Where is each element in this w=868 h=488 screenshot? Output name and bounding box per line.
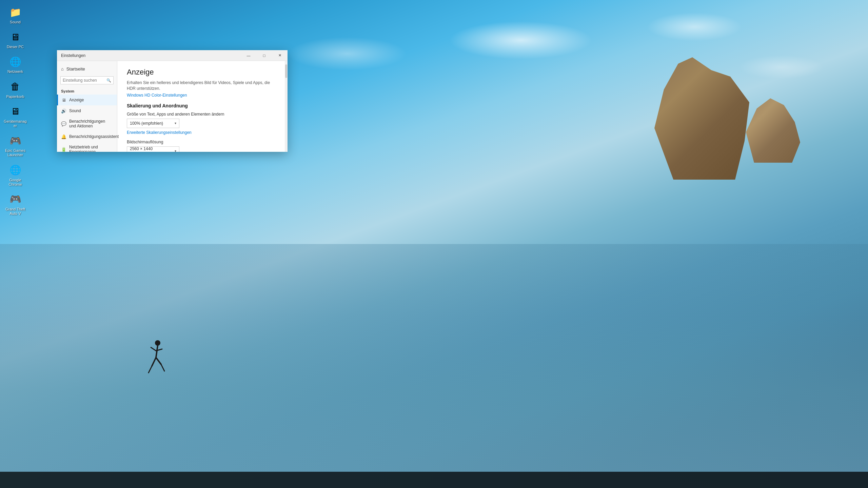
device-manager-icon: 🖥 bbox=[8, 105, 22, 118]
page-title: Anzeige bbox=[127, 68, 275, 77]
desktop-icon-folder[interactable]: 📁 Sound bbox=[2, 3, 29, 26]
desktop-icon-area: 📁 Sound 🖥 Dieser PC 🌐 Netzwerk 🗑 Papierk… bbox=[0, 0, 31, 472]
desktop-icon-gta[interactable]: 🎮 Grand Theft Auto V bbox=[2, 190, 29, 218]
search-input[interactable] bbox=[63, 78, 106, 83]
sidebar-item-benachrichtigungen[interactable]: 💬 Benachrichtigungen und Aktionen bbox=[57, 116, 117, 131]
window-controls: — □ ✕ bbox=[241, 50, 288, 61]
assistant-icon: 🔔 bbox=[61, 134, 66, 139]
size-field-label: Größe von Text, Apps und anderen Element… bbox=[127, 112, 275, 117]
size-dropdown[interactable]: 100% (empfohlen) ▾ bbox=[127, 119, 179, 128]
window-title: Einstellungen bbox=[61, 53, 85, 58]
sound-icon: 🔊 bbox=[61, 108, 66, 114]
resolution-field-label: Bildschirmauflösung bbox=[127, 140, 275, 144]
scaling-advanced-link[interactable]: Erweiterte Skalierungseinstellungen bbox=[127, 130, 275, 135]
taskbar bbox=[0, 472, 868, 488]
system-section-label: System bbox=[57, 86, 117, 95]
benachrichtigungen-label: Benachrichtigungen und Aktionen bbox=[69, 119, 113, 128]
svg-line-2 bbox=[151, 347, 156, 351]
gta-label: Grand Theft Auto V bbox=[3, 207, 27, 216]
anzeige-icon: 🖥 bbox=[61, 97, 66, 103]
rock-formation-2 bbox=[746, 95, 800, 163]
chrome-icon: 🌐 bbox=[8, 163, 22, 177]
network-label: Netzwerk bbox=[7, 69, 23, 74]
desktop-icon-chrome[interactable]: 🌐 Google Chrome bbox=[2, 161, 29, 189]
sidebar-item-sound[interactable]: 🔊 Sound bbox=[57, 105, 117, 116]
sidebar-item-anzeige[interactable]: 🖥 Anzeige bbox=[57, 95, 117, 105]
search-box[interactable]: 🔍 bbox=[60, 76, 114, 84]
recycle-label: Papierkorb bbox=[6, 95, 24, 99]
rock-formation-1 bbox=[654, 51, 749, 180]
sound-label: Sound bbox=[69, 108, 81, 113]
anzeige-label: Anzeige bbox=[69, 98, 84, 102]
svg-line-1 bbox=[156, 346, 158, 358]
folder-icon: 📁 bbox=[8, 5, 22, 19]
desktop-icon-epic[interactable]: 🎮 Epic Games Launcher bbox=[2, 132, 29, 159]
resolution-dropdown-value: 868 × 488 (empfohlen) bbox=[130, 146, 175, 152]
gta-icon: 🎮 bbox=[8, 192, 22, 206]
hdr-link[interactable]: Windows HD Color-Einstellungen bbox=[127, 93, 275, 98]
device-manager-label: Gerätemanager bbox=[3, 119, 27, 128]
settings-sidebar: ⌂ Startseite 🔍 System 🖥 Anzeige 🔊 Sound bbox=[57, 61, 117, 152]
scaling-section-title: Skalierung und Anordnung bbox=[127, 103, 275, 108]
recycle-icon: 🗑 bbox=[8, 80, 22, 94]
notifications-icon: 💬 bbox=[61, 121, 66, 126]
page-description: Erhalten Sie ein helleres und lebendiger… bbox=[127, 80, 275, 92]
desktop-icon-recycle[interactable]: 🗑 Papierkorb bbox=[2, 78, 29, 101]
settings-content: Anzeige Erhalten Sie ein helleres und le… bbox=[117, 61, 285, 152]
svg-line-7 bbox=[161, 364, 164, 371]
size-dropdown-arrow: ▾ bbox=[175, 121, 176, 125]
network-icon: 🌐 bbox=[8, 55, 22, 68]
size-dropdown-value: 100% (empfohlen) bbox=[130, 121, 163, 126]
desktop: 📁 Sound 🖥 Dieser PC 🌐 Netzwerk 🗑 Papierk… bbox=[0, 0, 868, 488]
runner-figure bbox=[146, 339, 166, 380]
epic-games-icon: 🎮 bbox=[8, 134, 22, 147]
search-icon: 🔍 bbox=[106, 78, 111, 83]
settings-window: Einstellungen — □ ✕ ⌂ Startseite 🔍 Syste… bbox=[57, 50, 288, 152]
resolution-dropdown-arrow: ▾ bbox=[175, 149, 176, 152]
desktop-icon-device-manager[interactable]: 🖥 Gerätemanager bbox=[2, 103, 29, 130]
netzbetrieb-label: Netzbetrieb und Energiesparen bbox=[69, 145, 113, 152]
window-titlebar: Einstellungen — □ ✕ bbox=[57, 50, 288, 61]
sidebar-home[interactable]: ⌂ Startseite bbox=[57, 64, 117, 74]
chrome-label: Google Chrome bbox=[3, 178, 27, 187]
epic-games-label: Epic Games Launcher bbox=[3, 148, 27, 157]
this-pc-icon: 🖥 bbox=[8, 30, 22, 44]
resolution-dropdown[interactable]: 868 × 488 (empfohlen) ▾ bbox=[127, 146, 179, 152]
window-body: ⌂ Startseite 🔍 System 🖥 Anzeige 🔊 Sound bbox=[57, 61, 288, 152]
svg-line-4 bbox=[152, 358, 156, 366]
desktop-icon-this-pc[interactable]: 🖥 Dieser PC bbox=[2, 28, 29, 51]
svg-point-0 bbox=[155, 340, 160, 346]
maximize-button[interactable]: □ bbox=[256, 50, 272, 61]
folder-icon-label: Sound bbox=[10, 20, 21, 24]
svg-line-5 bbox=[156, 358, 161, 364]
benachrichtigungsassistent-label: Benachrichtigungsassistent bbox=[69, 134, 119, 139]
scrollbar-track[interactable] bbox=[285, 61, 288, 152]
home-label: Startseite bbox=[66, 66, 85, 72]
this-pc-label: Dieser PC bbox=[7, 45, 24, 49]
home-icon: ⌂ bbox=[61, 66, 64, 72]
close-button[interactable]: ✕ bbox=[272, 50, 288, 61]
scrollbar-thumb[interactable] bbox=[285, 64, 287, 78]
sidebar-item-benachrichtigungsassistent[interactable]: 🔔 Benachrichtigungsassistent bbox=[57, 131, 117, 142]
desktop-icon-network[interactable]: 🌐 Netzwerk bbox=[2, 53, 29, 76]
svg-line-6 bbox=[149, 366, 152, 373]
sidebar-item-netzbetrieb[interactable]: 🔋 Netzbetrieb und Energiesparen bbox=[57, 142, 117, 152]
minimize-button[interactable]: — bbox=[241, 50, 256, 61]
power-icon: 🔋 bbox=[61, 147, 66, 152]
